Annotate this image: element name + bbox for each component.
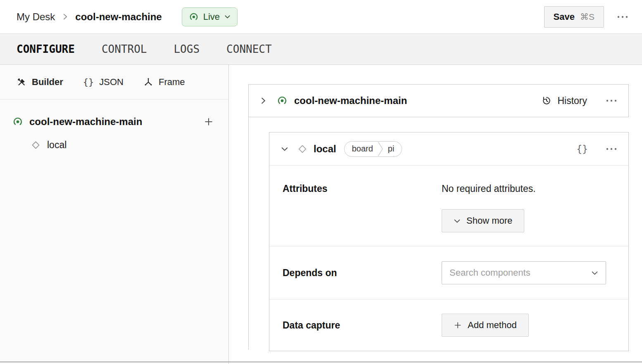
tree-connector-line	[248, 117, 249, 350]
mode-builder-label: Builder	[32, 77, 63, 87]
component-type: board	[345, 144, 378, 154]
show-more-label: Show more	[466, 215, 512, 226]
add-component-button[interactable]	[204, 117, 214, 127]
mode-frame-label: Frame	[159, 77, 185, 87]
depends-on-select[interactable]: Search components	[442, 261, 606, 284]
data-capture-section: Data capture Add method	[269, 300, 628, 351]
mode-json[interactable]: {} JSON	[83, 77, 124, 87]
config-sidebar: Builder {} JSON Frame	[0, 65, 229, 364]
save-shortcut: ⌘S	[580, 12, 594, 22]
live-label: Live	[203, 12, 220, 22]
tree-machine-label: cool-new-machine-main	[29, 116, 142, 128]
builder-tools-icon	[17, 77, 26, 87]
collapse-component-button[interactable]	[281, 145, 288, 153]
depends-on-label: Depends on	[283, 267, 442, 279]
chevron-down-icon	[454, 217, 461, 225]
show-more-button[interactable]: Show more	[442, 209, 524, 232]
machine-part-card: cool-new-machine-main History	[248, 84, 629, 117]
json-braces-icon: {}	[83, 77, 94, 87]
mode-builder[interactable]: Builder	[17, 77, 63, 87]
bottom-border	[0, 362, 642, 362]
config-main-panel: cool-new-machine-main History	[229, 65, 642, 364]
machine-part-title: cool-new-machine-main	[294, 95, 407, 106]
machine-signal-icon	[12, 116, 23, 127]
machine-tree: cool-new-machine-main local	[0, 99, 228, 154]
breadcrumb-machine-name: cool-new-machine	[75, 11, 162, 23]
tab-configure[interactable]: CONFIGURE	[17, 43, 75, 55]
machine-config-page: My Desk cool-new-machine Live Save ⌘S	[0, 0, 642, 364]
component-type-pill: board pi	[344, 141, 402, 157]
component-diamond-icon	[31, 140, 40, 150]
config-mode-tabs: Builder {} JSON Frame	[0, 65, 228, 99]
breadcrumb: My Desk cool-new-machine	[17, 11, 162, 23]
save-label: Save	[554, 12, 575, 22]
chevron-right-icon	[62, 13, 69, 20]
tab-logs[interactable]: LOGS	[174, 43, 200, 55]
live-signal-icon	[189, 12, 199, 22]
content-area: Builder {} JSON Frame	[0, 65, 642, 364]
chevron-down-icon	[591, 269, 598, 277]
header-actions: Save ⌘S	[544, 6, 628, 28]
expand-machine-button[interactable]	[259, 97, 267, 104]
machine-signal-icon	[277, 95, 288, 106]
primary-tabs: CONFIGURE CONTROL LOGS CONNECT	[0, 33, 642, 65]
component-name: local	[314, 143, 336, 155]
plus-icon	[204, 117, 214, 127]
component-card-header: local board pi {}	[269, 132, 628, 165]
attributes-empty-text: No required attributes.	[442, 183, 536, 194]
attributes-body: No required attributes. Show more	[442, 183, 536, 232]
component-diamond-icon	[297, 144, 307, 154]
tree-local-label: local	[47, 139, 67, 151]
chevron-right-icon	[259, 97, 267, 104]
chevron-down-icon	[224, 14, 231, 20]
depends-on-section: Depends on Search components	[269, 246, 628, 300]
chevron-down-icon	[281, 145, 288, 153]
attributes-section: Attributes No required attributes. Show …	[269, 165, 628, 246]
tab-connect[interactable]: CONNECT	[226, 43, 272, 55]
add-method-label: Add method	[468, 320, 517, 331]
history-clock-icon	[541, 95, 552, 106]
data-capture-label: Data capture	[283, 320, 442, 331]
history-button[interactable]: History	[541, 95, 587, 106]
mode-json-label: JSON	[99, 77, 124, 87]
plus-icon	[454, 321, 462, 329]
tree-item-machine-main[interactable]: cool-new-machine-main	[0, 113, 228, 131]
component-more-button[interactable]	[606, 148, 617, 150]
tab-control[interactable]: CONTROL	[102, 43, 147, 55]
machine-card-actions: History	[541, 95, 617, 106]
machine-more-button[interactable]	[606, 99, 617, 102]
more-icon	[617, 16, 628, 18]
local-component-card: local board pi {} Attributes No required…	[269, 132, 629, 351]
attributes-label: Attributes	[283, 183, 442, 194]
depends-on-placeholder: Search components	[449, 267, 530, 278]
top-header: My Desk cool-new-machine Live Save ⌘S	[0, 0, 642, 33]
breadcrumb-my-desk[interactable]: My Desk	[17, 11, 55, 23]
tree-item-local[interactable]: local	[0, 136, 228, 154]
component-json-button[interactable]: {}	[576, 144, 588, 154]
save-button[interactable]: Save ⌘S	[544, 6, 604, 28]
history-label: History	[557, 95, 587, 106]
add-method-button[interactable]: Add method	[442, 314, 529, 337]
component-model: pi	[383, 144, 402, 154]
pill-chevron-icon	[378, 141, 383, 157]
more-icon	[606, 99, 617, 102]
frame-axis-icon	[143, 77, 153, 87]
mode-frame[interactable]: Frame	[143, 77, 185, 87]
live-status-button[interactable]: Live	[182, 7, 238, 26]
header-more-button[interactable]	[617, 16, 628, 18]
more-icon	[606, 148, 617, 150]
